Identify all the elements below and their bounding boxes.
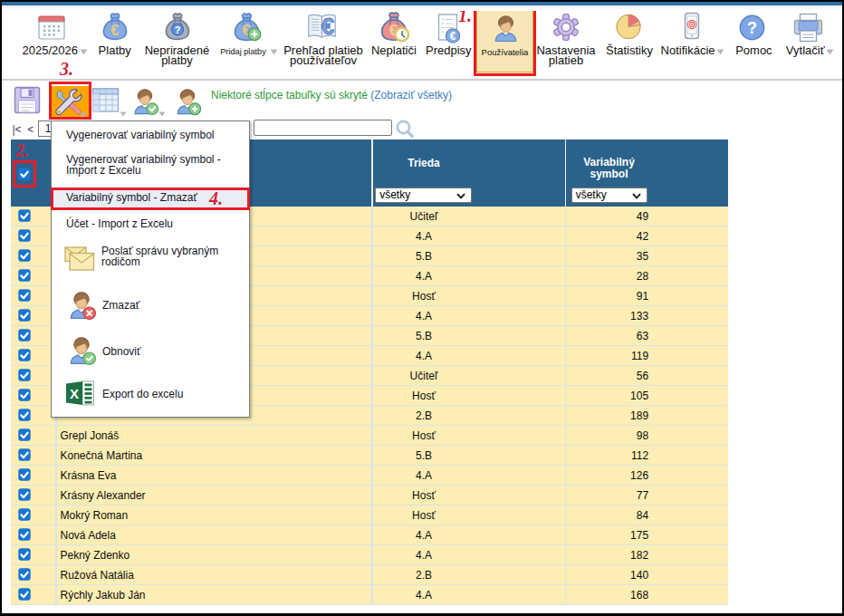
svg-text:€: € — [450, 30, 456, 43]
svg-text:?: ? — [175, 24, 181, 35]
svg-text:?: ? — [747, 19, 757, 37]
svg-text:€: € — [321, 13, 334, 40]
svg-text:€: € — [110, 23, 119, 38]
svg-text:X: X — [70, 385, 79, 400]
